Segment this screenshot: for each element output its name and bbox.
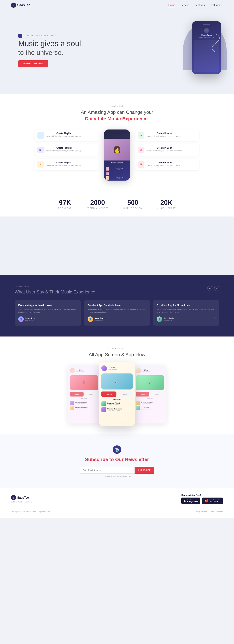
privacy-link[interactable]: Privacy & Policy <box>195 511 207 513</box>
testimonial-nav: ← → <box>207 286 219 291</box>
app-avatar-3 <box>136 368 141 373</box>
app-song-row-3: For Away Planet Electric Relaxation <box>101 402 133 406</box>
app-screen-2: Ellen Good Morning 🎸 FOCUS SLEEP Favouri… <box>99 362 135 426</box>
app-banner-2: 🎸 <box>101 374 133 390</box>
feature-icon-4: ♦ <box>138 132 144 138</box>
nav-logo: ♪ SaasTec <box>11 2 30 8</box>
subscribe-email-input[interactable] <box>80 467 135 474</box>
app-song-row-4: Electric Relaxation For Away Planet <box>101 407 133 412</box>
reviewer-avatar-2: 👤 <box>88 316 93 322</box>
reviewer-avatar-3: 👤 <box>157 316 162 322</box>
phone-top-bar <box>104 130 130 138</box>
google-play-icon: ▶ <box>184 499 186 503</box>
subscribe-section: 📡 Subscribe to Our Newsletter SUBSCRIBE … <box>0 434 234 488</box>
feature-text-5: Create Playlist Create unlimited playlis… <box>147 147 182 152</box>
app-store-button[interactable]: 🍎 Download on the App Store <box>202 498 223 504</box>
feature-card-1: ♪ Create Playlist Create unlimited playl… <box>35 130 99 141</box>
app-song-row-6: Groove Electric Relaxation <box>136 406 164 410</box>
features-grid: ♪ Create Playlist Create unlimited playl… <box>35 130 199 180</box>
features-title: An Amazing App can Change your Daily Lif… <box>11 109 223 122</box>
app-song-thumb-1 <box>70 401 74 405</box>
hero-content: ♪ #1 MUSIC APP FOR MOBILE Music gives a … <box>18 34 81 67</box>
footer-top: ♪ SaasTec #1 Music App for Music Lover D… <box>11 494 223 504</box>
app-avatar-2 <box>101 366 107 371</box>
song-item-2: New Sun Artist <box>106 171 128 176</box>
feature-card-2: ▶ Create Playlist Create unlimited playl… <box>35 144 99 156</box>
app-song-thumb-2 <box>70 406 74 410</box>
testimonial-title: What User Say & Their Music Experience. <box>15 289 96 295</box>
footer-logo-name: ♪ SaasTec <box>11 495 33 500</box>
testimonial-card-2: Excellent App for Music Lover Sed ut per… <box>84 300 150 326</box>
app-screen-bg-2: Ellen Good Morning 🎸 FOCUS SLEEP Favouri… <box>99 362 135 426</box>
testimonial-prev[interactable]: ← <box>207 286 212 291</box>
footer-download: Download App Now! ▶ Get it on Google Pla… <box>181 494 223 504</box>
testimonial-header: TESTIMONIAL What User Say & Their Music … <box>15 286 219 295</box>
reviewer-info-1: 👤 Steve Rods Businessman <box>18 316 35 322</box>
google-play-text: Get it on Google Play <box>187 499 198 503</box>
hero-visual: MusicTune #1 Music App for Music Lover <box>168 21 223 80</box>
testimonial-cards: Excellent App for Music Lover Sed ut per… <box>15 300 219 326</box>
nav-home[interactable]: Home <box>168 4 175 7</box>
google-play-button[interactable]: ▶ Get it on Google Play <box>181 498 200 504</box>
logo-icon: ♪ <box>11 2 16 8</box>
app-screen-bg-1: Ellen Good Morning 🎵 FOCUS SLEEP Favouri… <box>68 365 100 424</box>
app-song-thumb-6 <box>136 406 140 410</box>
footer-bottom: Copyright © 2022 Company Name All rights… <box>11 508 223 513</box>
feature-text-6: Create Playlist Create unlimited playlis… <box>147 161 182 167</box>
app-section-fav-1: Favourite <box>70 398 98 400</box>
quote-icon-1: " <box>76 316 77 322</box>
footer-logo-icon: ♪ <box>11 495 16 500</box>
footer-logo: ♪ SaasTec #1 Music App for Music Lover <box>11 495 33 503</box>
screenshot-title: All App Screen & App Flow <box>7 351 227 358</box>
reviewer-details-3: Steve Rods Businessman <box>164 317 173 321</box>
testimonial-next[interactable]: → <box>214 286 219 291</box>
feature-card-4: ♦ Create Playlist Create unlimited playl… <box>135 130 199 141</box>
footer-links: Privacy & Policy Terms & Condition <box>195 511 223 513</box>
service-placeholder <box>11 228 223 264</box>
reviewer-1: 👤 Steve Rods Businessman " <box>18 316 77 322</box>
app-screen-header-3: Ellen Good Morning <box>136 368 164 373</box>
app-screen-bg-3: Ellen Good Morning 🎤 FOCUS SLEEP Favouri… <box>134 365 166 424</box>
logo-text: SaasTec <box>17 3 30 7</box>
reviewer-info-3: 👤 Steve Rods Businessman <box>157 316 173 322</box>
app-screen-3: Ellen Good Morning 🎤 FOCUS SLEEP Favouri… <box>134 365 166 424</box>
app-store-icon: 🍎 <box>205 499 208 503</box>
nav-features[interactable]: Features <box>195 4 205 6</box>
feature-text-3: Create Playlist Create unlimited playlis… <box>46 161 82 167</box>
app-avatar-1 <box>70 368 75 373</box>
subscribe-note: ✓ We never send you any spam mail <box>7 476 227 477</box>
reviewer-details-1: Steve Rods Businessman <box>25 317 35 321</box>
nav-links: Home Service Features Testimonial <box>168 4 223 7</box>
song-item-3: Music Back As Artist <box>106 176 128 180</box>
app-store-text: Download on the App Store <box>209 499 220 503</box>
app-song-thumb-4 <box>101 407 106 412</box>
subscribe-button[interactable]: SUBSCRIBE <box>135 467 154 474</box>
app-section-fav-3: Favourite <box>136 398 164 400</box>
reviewer-3: 👤 Steve Rods Businessman " <box>157 316 216 322</box>
feature-icon-2: ▶ <box>37 147 44 153</box>
hero-title: Music gives a soul to the universe. <box>18 39 81 57</box>
stat-library: 20K MUSIC LIBRARY <box>157 199 176 209</box>
app-screen-1: Ellen Good Morning 🎵 FOCUS SLEEP Favouri… <box>68 365 100 424</box>
app-screen-inner-3: Ellen Good Morning 🎤 FOCUS SLEEP Favouri… <box>134 365 166 424</box>
nav-service[interactable]: Service <box>181 4 189 6</box>
feature-card-6: ▣ Create Playlist Create unlimited playl… <box>135 159 199 170</box>
app-banner-3: 🎤 <box>136 375 164 390</box>
nav-testimonial[interactable]: Testimonial <box>210 4 223 6</box>
app-song-row-5: The Far Off Sting Far Off Signal <box>136 401 164 405</box>
download-button[interactable]: DOWNLOAD NOW <box>18 60 48 67</box>
terms-link[interactable]: Terms & Condition <box>209 511 223 513</box>
screenshot-gallery: Ellen Good Morning 🎵 FOCUS SLEEP Favouri… <box>7 365 227 424</box>
app-screen-header-2: Ellen Good Morning <box>101 366 133 371</box>
feature-icon-1: ♪ <box>37 132 44 138</box>
phone-notch <box>203 24 210 25</box>
subscribe-form: SUBSCRIBE <box>7 467 227 474</box>
song-item-1: Maria Back As Artist <box>106 167 128 171</box>
feature-card-5: ◈ Create Playlist Create unlimited playl… <box>135 144 199 156</box>
screenshot-tag: SCREENSHOT <box>7 348 227 350</box>
features-left: ♪ Create Playlist Create unlimited playl… <box>35 130 99 170</box>
testimonial-card-1: Excellent App for Music Lover Sed ut per… <box>15 300 81 326</box>
features-tag: FEATURES <box>11 105 223 107</box>
subscribe-title: Subscribe to Our Newsletter <box>7 457 227 462</box>
hero-section: ♪ #1 MUSIC APP FOR MOBILE Music gives a … <box>0 10 234 94</box>
